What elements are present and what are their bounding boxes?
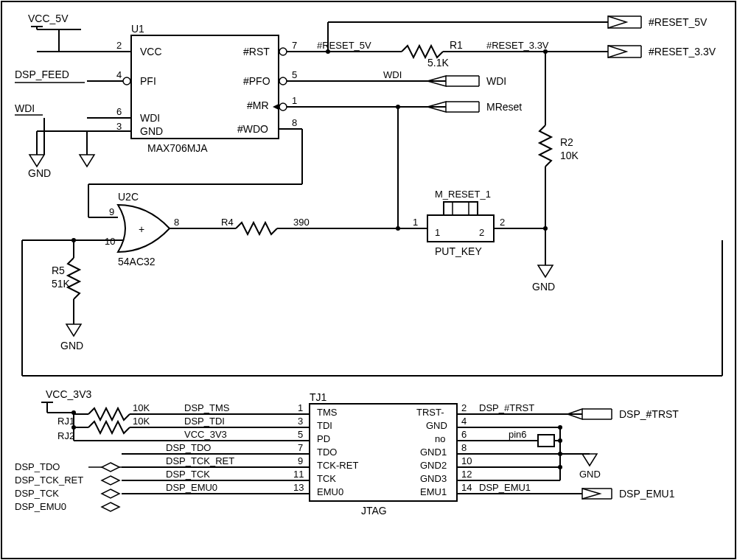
svg-text:DSP_#TRST: DSP_#TRST bbox=[619, 408, 679, 420]
svg-text:WDI: WDI bbox=[383, 69, 402, 80]
svg-text:2: 2 bbox=[461, 402, 467, 413]
svg-text:2: 2 bbox=[500, 217, 505, 228]
svg-text:R4: R4 bbox=[221, 217, 234, 228]
svg-text:8: 8 bbox=[174, 217, 179, 228]
svg-text:4: 4 bbox=[116, 69, 122, 80]
svg-text:PFI: PFI bbox=[140, 75, 156, 87]
svg-text:EMU0: EMU0 bbox=[317, 486, 343, 497]
svg-text:GND: GND bbox=[579, 469, 601, 480]
svg-text:RJ1: RJ1 bbox=[57, 416, 74, 427]
svg-text:DSP_EMU1: DSP_EMU1 bbox=[619, 488, 675, 500]
svg-text:JTAG: JTAG bbox=[361, 505, 387, 517]
svg-text:DSP_TCK: DSP_TCK bbox=[15, 488, 59, 499]
svg-text:5: 5 bbox=[292, 69, 297, 80]
svg-text:GND2: GND2 bbox=[420, 460, 447, 471]
svg-text:8: 8 bbox=[292, 117, 297, 128]
svg-text:GND: GND bbox=[426, 420, 447, 431]
net-vcc3v3: VCC_3V3 bbox=[46, 388, 91, 400]
svg-text:GND1: GND1 bbox=[420, 447, 447, 458]
svg-text:10K: 10K bbox=[133, 402, 150, 413]
svg-text:390: 390 bbox=[293, 217, 310, 228]
svg-text:pin6: pin6 bbox=[509, 429, 527, 440]
gnd-label-1: GND bbox=[28, 167, 51, 179]
svg-text:9: 9 bbox=[298, 455, 303, 466]
svg-text:3: 3 bbox=[116, 121, 122, 132]
svg-text:5.1K: 5.1K bbox=[427, 57, 449, 69]
svg-text:#RESET_5V: #RESET_5V bbox=[649, 16, 708, 28]
svg-text:5: 5 bbox=[298, 429, 303, 440]
svg-text:#RESET_3.3V: #RESET_3.3V bbox=[649, 46, 716, 57]
svg-text:11: 11 bbox=[293, 469, 304, 480]
svg-text:DSP_#TRST: DSP_#TRST bbox=[479, 402, 534, 413]
svg-text:MAX706MJA: MAX706MJA bbox=[147, 142, 208, 154]
svg-text:TDI: TDI bbox=[317, 420, 332, 431]
svg-text:no: no bbox=[435, 433, 445, 444]
svg-text:10: 10 bbox=[461, 455, 472, 466]
net-dsp-feed: DSP_FEED bbox=[15, 69, 69, 80]
svg-text:VCC_3V3: VCC_3V3 bbox=[184, 429, 227, 440]
svg-text:TRST-: TRST- bbox=[416, 407, 444, 418]
svg-text:GND: GND bbox=[60, 340, 83, 351]
u1-ic: U1 MAX706MJA VCC PFI WDI GND #RST #PFO #… bbox=[123, 23, 287, 154]
svg-text:MReset: MReset bbox=[486, 101, 522, 113]
svg-text:1: 1 bbox=[298, 402, 303, 413]
svg-text:7: 7 bbox=[298, 442, 303, 453]
svg-point-213 bbox=[558, 425, 562, 430]
svg-text:1: 1 bbox=[413, 217, 418, 228]
svg-text:TMS: TMS bbox=[317, 407, 338, 418]
svg-text:+: + bbox=[139, 223, 144, 235]
svg-text:54AC32: 54AC32 bbox=[118, 256, 156, 267]
svg-text:DSP_TCK_RET: DSP_TCK_RET bbox=[15, 475, 83, 486]
svg-text:R2: R2 bbox=[560, 136, 573, 148]
svg-text:DSP_TCK: DSP_TCK bbox=[166, 469, 210, 480]
svg-text:10: 10 bbox=[105, 236, 115, 247]
svg-text:7: 7 bbox=[292, 40, 297, 51]
svg-text:1: 1 bbox=[435, 227, 440, 238]
svg-text:51K: 51K bbox=[52, 278, 71, 290]
svg-text:#MR: #MR bbox=[247, 99, 269, 111]
svg-text:8: 8 bbox=[461, 442, 467, 453]
svg-text:DSP_TCK_RET: DSP_TCK_RET bbox=[166, 455, 234, 466]
svg-text:2: 2 bbox=[479, 227, 484, 238]
svg-text:VCC: VCC bbox=[140, 46, 162, 57]
schematic: .w{stroke:#000;stroke-width:2;fill:none;… bbox=[0, 0, 737, 560]
svg-text:U2C: U2C bbox=[118, 191, 139, 203]
svg-rect-103 bbox=[444, 202, 478, 215]
svg-text:14: 14 bbox=[461, 482, 472, 493]
svg-text:2: 2 bbox=[116, 40, 122, 51]
svg-text:PUT_KEY: PUT_KEY bbox=[435, 245, 482, 257]
svg-text:10K: 10K bbox=[560, 150, 579, 161]
svg-text:12: 12 bbox=[461, 469, 472, 480]
svg-text:4: 4 bbox=[461, 416, 467, 427]
svg-text:#RESET_3.3V: #RESET_3.3V bbox=[486, 40, 549, 51]
svg-text:DSP_EMU0: DSP_EMU0 bbox=[166, 482, 217, 493]
svg-text:EMU1: EMU1 bbox=[420, 486, 447, 497]
svg-text:DSP_TDO: DSP_TDO bbox=[15, 461, 60, 472]
svg-rect-204 bbox=[538, 435, 554, 447]
svg-text:10K: 10K bbox=[133, 416, 150, 427]
svg-text:DSP_TDI: DSP_TDI bbox=[184, 416, 225, 427]
svg-text:GND: GND bbox=[532, 281, 555, 293]
svg-text:DSP_EMU0: DSP_EMU0 bbox=[15, 501, 66, 512]
svg-text:DSP_TDO: DSP_TDO bbox=[166, 442, 211, 453]
svg-text:13: 13 bbox=[293, 482, 304, 493]
svg-text:RJ2: RJ2 bbox=[57, 430, 74, 441]
svg-text:TJ1: TJ1 bbox=[310, 391, 327, 403]
svg-text:WDI: WDI bbox=[140, 112, 160, 124]
svg-text:TCK-RET: TCK-RET bbox=[317, 460, 358, 471]
svg-text:6: 6 bbox=[461, 429, 467, 440]
svg-point-212 bbox=[558, 465, 562, 469]
svg-text:R5: R5 bbox=[52, 265, 65, 276]
jtag-connector: TJ1 JTAG TMS TDI PD TDO TCK-RET TCK EMU0… bbox=[310, 391, 457, 517]
svg-text:6: 6 bbox=[116, 106, 122, 117]
svg-text:DSP_TMS: DSP_TMS bbox=[184, 402, 230, 413]
svg-text:TCK: TCK bbox=[317, 473, 336, 484]
svg-text:#RESET_5V: #RESET_5V bbox=[317, 40, 371, 51]
svg-text:WDI: WDI bbox=[486, 75, 506, 87]
svg-text:R1: R1 bbox=[450, 39, 463, 51]
svg-text:GND3: GND3 bbox=[420, 473, 447, 484]
svg-text:#PFO: #PFO bbox=[243, 75, 270, 87]
svg-text:DSP_EMU1: DSP_EMU1 bbox=[479, 482, 531, 493]
net-wdi-in: WDI bbox=[15, 102, 35, 114]
svg-text:GND: GND bbox=[140, 125, 163, 137]
